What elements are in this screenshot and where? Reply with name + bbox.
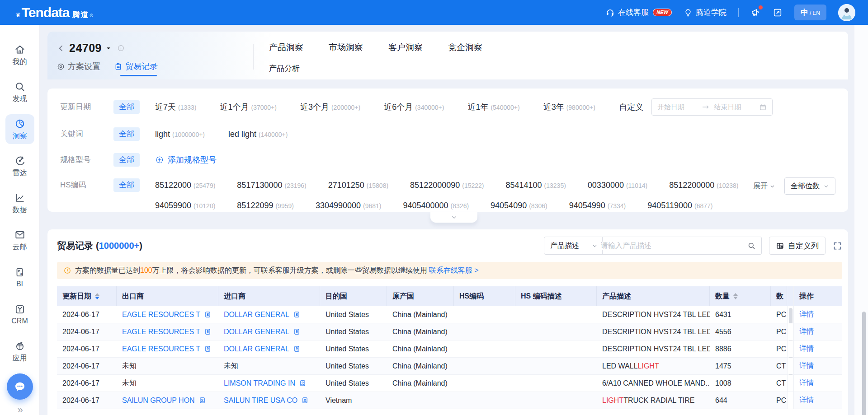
plan-subtabs: 方案设置贸易记录 (57, 61, 246, 76)
tab-市场洞察[interactable]: 市场洞察 (329, 42, 363, 53)
option-label: light (155, 127, 170, 141)
hs-code-option[interactable]: 8517130000(23196) (237, 178, 306, 192)
keyword-option[interactable]: led light(140000+) (228, 127, 288, 141)
sidebar-item-数据[interactable]: 数据 (5, 188, 34, 218)
online-service-link[interactable]: 在线客服 NEW (605, 7, 672, 18)
search-input[interactable] (601, 242, 747, 250)
hs-code-option[interactable]: 85414100(13235) (505, 178, 566, 192)
sidebar-item-应用[interactable]: 应用 (5, 336, 34, 366)
hs-expand-toggle[interactable]: 展开 (753, 182, 775, 191)
sidebar-item-云邮[interactable]: 云邮 (5, 225, 34, 255)
date-option[interactable]: 近1年(540000+) (467, 100, 519, 114)
company-link[interactable]: SAILUN TIRE USA CO (218, 392, 320, 409)
date-range-input[interactable]: 开始日期 结束日期 (651, 98, 773, 116)
sidebar-item-发现[interactable]: 发现 (5, 77, 34, 107)
sidebar-item-CRM[interactable]: CRM (5, 299, 34, 329)
hs-code-option[interactable]: 85122000090(15222) (410, 178, 484, 192)
company-link[interactable]: DOLLAR GENERAL (218, 340, 320, 357)
hs-code-option[interactable]: 94054090(8306) (491, 199, 547, 213)
back-chevron-icon[interactable] (57, 44, 66, 53)
search-field-select[interactable]: 产品描述 (544, 237, 603, 255)
user-avatar[interactable] (838, 4, 855, 21)
plan-dropdown-caret-icon[interactable] (105, 45, 112, 51)
hs-code-option[interactable]: 94059900(10120) (155, 199, 215, 213)
filter-all-chip[interactable]: 全部 (113, 100, 140, 114)
keyword-options: light(1000000+)led light(140000+) (155, 127, 288, 141)
filter-all-chip[interactable]: 全部 (113, 178, 140, 192)
table-inner-scrollbar[interactable] (787, 306, 793, 323)
hs-code-option[interactable]: 85122000(25479) (155, 178, 215, 192)
table-inner-scrollbar[interactable] (787, 358, 793, 374)
tab-竞企洞察[interactable]: 竞企洞察 (448, 42, 482, 53)
academy-link[interactable]: 腾道学院 (684, 7, 726, 18)
table-inner-scrollbar[interactable] (787, 375, 793, 392)
sidebar-item-BI[interactable]: BIBI (5, 262, 34, 292)
sidebar-item-洞察[interactable]: 洞察 (5, 114, 34, 144)
add-spec-button[interactable]: 添加规格型号 (155, 153, 217, 167)
announcement-icon[interactable] (750, 7, 761, 18)
sort-icons[interactable] (95, 293, 99, 299)
date-option[interactable]: 近6个月(340000+) (384, 100, 444, 114)
company-link[interactable]: EAGLE RESOURCES T (117, 340, 218, 357)
plan-id[interactable]: 24709 (69, 42, 102, 55)
plan-info-icon[interactable] (117, 44, 125, 52)
tab-产品洞察[interactable]: 产品洞察 (269, 42, 303, 53)
detail-link[interactable]: 详情 (799, 361, 814, 371)
hs-code-option[interactable]: 9405119000(6877) (647, 199, 712, 213)
date-option[interactable]: 近3年(980000+) (543, 100, 595, 114)
custom-date-label[interactable]: 自定义 (619, 100, 643, 116)
crm-icon (14, 303, 26, 315)
language-toggle[interactable]: 中 / EN (794, 5, 826, 20)
tendata-logo[interactable]: ❦ Tendata 腾道 ® (15, 5, 93, 20)
records-count: (1000000+) (96, 241, 142, 251)
subnav-产品分析[interactable]: 产品分析 (269, 63, 300, 74)
company-link[interactable]: EAGLE RESOURCES T (117, 323, 218, 340)
window-expand-icon[interactable] (773, 8, 783, 18)
sort-icons[interactable] (733, 293, 738, 299)
company-link[interactable]: EAGLE RESOURCES T (117, 306, 218, 323)
date-option[interactable]: 近7天(1333) (155, 100, 196, 114)
hs-code-option[interactable]: 00330000(11014) (588, 178, 647, 192)
hs-digits-select[interactable]: 全部位数 (784, 177, 835, 195)
chat-support-button[interactable] (7, 373, 33, 400)
detail-link[interactable]: 详情 (799, 378, 814, 388)
hs-code-option[interactable]: 8512200000(10238) (669, 178, 738, 192)
table-inner-scrollbar[interactable] (787, 323, 793, 340)
company-link[interactable]: LIMSON TRADING IN (218, 375, 320, 392)
detail-link[interactable]: 详情 (799, 327, 814, 336)
hs-code-option[interactable]: 3304990000(9681) (316, 199, 382, 213)
hs-code-option[interactable]: 27101250(15808) (328, 178, 388, 192)
company-link[interactable]: SAILUN GROUP HON (117, 392, 218, 409)
contact-service-link[interactable]: 联系在线客服 > (429, 266, 479, 274)
keyword-option[interactable]: light(1000000+) (155, 127, 205, 141)
desc-text: DESCRIPTION HVST24 TBL LED ... (602, 311, 710, 319)
filter-all-chip[interactable]: 全部 (113, 127, 140, 141)
detail-link[interactable]: 详情 (799, 344, 814, 354)
tab-客户洞察[interactable]: 客户洞察 (388, 42, 423, 53)
date-option[interactable]: 近3个月(200000+) (300, 100, 360, 114)
cell-text: 未知 (122, 378, 137, 388)
company-link[interactable]: DOLLAR GENERAL (218, 323, 320, 340)
detail-link[interactable]: 详情 (799, 396, 814, 405)
detail-link[interactable]: 详情 (799, 310, 814, 319)
company-link[interactable]: DOLLAR GENERAL (218, 306, 320, 323)
custom-columns-button[interactable]: 自定义列 (769, 237, 826, 255)
hs-code-option[interactable]: 94054990(7334) (569, 199, 626, 213)
sidebar-expand-chevrons[interactable]: » (17, 404, 22, 415)
hs-code-option[interactable]: 9405400000(8326) (403, 199, 469, 213)
filter-collapse-tab[interactable] (430, 212, 477, 223)
hs-code-option[interactable]: 85122099(9959) (237, 199, 294, 213)
product-desc-search[interactable] (595, 237, 762, 255)
table-inner-scrollbar[interactable] (787, 340, 793, 357)
fullscreen-icon[interactable] (833, 241, 842, 251)
date-option[interactable]: 近1个月(37000+) (220, 100, 276, 114)
plan-subtab-贸易记录[interactable]: 贸易记录 (114, 61, 158, 76)
filter-all-chip[interactable]: 全部 (113, 153, 140, 167)
table-inner-scrollbar[interactable] (787, 392, 793, 409)
end-date-placeholder[interactable]: 结束日期 (714, 103, 755, 112)
start-date-placeholder[interactable]: 开始日期 (657, 103, 698, 112)
plan-subtab-方案设置[interactable]: 方案设置 (57, 61, 100, 76)
sidebar-item-我的[interactable]: 我的 (5, 40, 34, 70)
page-scrollbar[interactable] (862, 312, 866, 415)
sidebar-item-雷达[interactable]: 雷达 (5, 151, 34, 181)
